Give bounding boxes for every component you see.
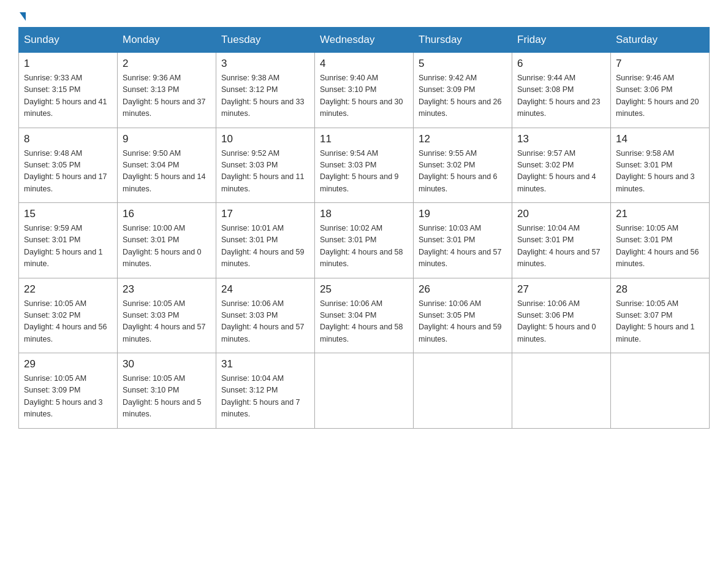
logo-triangle-icon	[20, 12, 26, 21]
calendar-cell: 26Sunrise: 10:06 AMSunset: 3:05 PMDaylig…	[414, 278, 512, 353]
day-number: 14	[616, 133, 704, 145]
day-info: Sunrise: 10:00 AMSunset: 3:01 PMDaylight…	[123, 223, 211, 270]
calendar-cell: 15Sunrise: 9:59 AMSunset: 3:01 PMDayligh…	[19, 203, 118, 278]
day-number: 3	[221, 58, 309, 70]
day-info: Sunrise: 9:59 AMSunset: 3:01 PMDaylight:…	[24, 223, 112, 270]
day-number: 13	[517, 133, 605, 145]
day-number: 17	[221, 208, 309, 220]
day-number: 28	[616, 283, 704, 296]
calendar-cell: 7Sunrise: 9:46 AMSunset: 3:06 PMDaylight…	[611, 53, 710, 128]
day-number: 7	[616, 58, 704, 70]
day-number: 2	[123, 58, 211, 70]
calendar-cell: 21Sunrise: 10:05 AMSunset: 3:01 PMDaylig…	[611, 203, 710, 278]
day-info: Sunrise: 9:50 AMSunset: 3:04 PMDaylight:…	[123, 148, 211, 196]
day-number: 9	[123, 133, 211, 145]
calendar-week-row: 22Sunrise: 10:05 AMSunset: 3:02 PMDaylig…	[19, 278, 710, 353]
day-number: 23	[123, 283, 211, 296]
calendar-cell: 23Sunrise: 10:05 AMSunset: 3:03 PMDaylig…	[118, 278, 216, 353]
day-number: 4	[320, 58, 408, 70]
calendar-cell: 27Sunrise: 10:06 AMSunset: 3:06 PMDaylig…	[512, 278, 611, 353]
day-info: Sunrise: 10:05 AMSunset: 3:10 PMDaylight…	[123, 373, 211, 421]
day-number: 18	[320, 208, 408, 220]
calendar-header-row: SundayMondayTuesdayWednesdayThursdayFrid…	[19, 28, 710, 53]
day-info: Sunrise: 9:48 AMSunset: 3:05 PMDaylight:…	[24, 148, 112, 196]
day-number: 25	[320, 283, 408, 296]
calendar-cell: 3Sunrise: 9:38 AMSunset: 3:12 PMDaylight…	[216, 53, 315, 128]
day-info: Sunrise: 9:38 AMSunset: 3:12 PMDaylight:…	[221, 72, 309, 120]
day-info: Sunrise: 9:57 AMSunset: 3:02 PMDaylight:…	[517, 148, 605, 196]
day-number: 15	[24, 208, 112, 220]
day-number: 12	[419, 133, 507, 145]
calendar-cell	[611, 353, 710, 429]
day-info: Sunrise: 9:42 AMSunset: 3:09 PMDaylight:…	[419, 72, 507, 120]
day-info: Sunrise: 9:44 AMSunset: 3:08 PMDaylight:…	[517, 72, 605, 120]
day-info: Sunrise: 10:06 AMSunset: 3:06 PMDaylight…	[517, 298, 605, 346]
calendar-cell: 2Sunrise: 9:36 AMSunset: 3:13 PMDaylight…	[118, 53, 216, 128]
weekday-header-monday: Monday	[118, 28, 216, 53]
calendar-cell: 1Sunrise: 9:33 AMSunset: 3:15 PMDaylight…	[19, 53, 118, 128]
calendar-cell: 6Sunrise: 9:44 AMSunset: 3:08 PMDaylight…	[512, 53, 611, 128]
calendar-cell	[512, 353, 611, 429]
calendar-week-row: 29Sunrise: 10:05 AMSunset: 3:09 PMDaylig…	[19, 353, 710, 429]
day-info: Sunrise: 10:06 AMSunset: 3:05 PMDaylight…	[419, 298, 507, 346]
calendar-week-row: 8Sunrise: 9:48 AMSunset: 3:05 PMDaylight…	[19, 128, 710, 203]
calendar-cell: 10Sunrise: 9:52 AMSunset: 3:03 PMDayligh…	[216, 128, 315, 203]
day-info: Sunrise: 10:05 AMSunset: 3:02 PMDaylight…	[24, 298, 112, 346]
weekday-header-sunday: Sunday	[19, 28, 118, 53]
calendar-cell: 18Sunrise: 10:02 AMSunset: 3:01 PMDaylig…	[315, 203, 414, 278]
day-info: Sunrise: 9:46 AMSunset: 3:06 PMDaylight:…	[616, 72, 704, 120]
day-number: 26	[419, 283, 507, 296]
page-header	[18, 12, 710, 21]
day-info: Sunrise: 9:54 AMSunset: 3:03 PMDaylight:…	[320, 148, 408, 196]
calendar-cell: 30Sunrise: 10:05 AMSunset: 3:10 PMDaylig…	[118, 353, 216, 429]
calendar-week-row: 15Sunrise: 9:59 AMSunset: 3:01 PMDayligh…	[19, 203, 710, 278]
weekday-header-thursday: Thursday	[414, 28, 512, 53]
calendar-cell: 11Sunrise: 9:54 AMSunset: 3:03 PMDayligh…	[315, 128, 414, 203]
calendar-cell: 20Sunrise: 10:04 AMSunset: 3:01 PMDaylig…	[512, 203, 611, 278]
calendar-cell: 28Sunrise: 10:05 AMSunset: 3:07 PMDaylig…	[611, 278, 710, 353]
day-info: Sunrise: 9:58 AMSunset: 3:01 PMDaylight:…	[616, 148, 704, 196]
day-number: 6	[517, 58, 605, 70]
day-info: Sunrise: 10:05 AMSunset: 3:01 PMDaylight…	[616, 223, 704, 270]
day-info: Sunrise: 10:04 AMSunset: 3:12 PMDaylight…	[221, 373, 309, 421]
day-number: 27	[517, 283, 605, 296]
calendar-cell: 25Sunrise: 10:06 AMSunset: 3:04 PMDaylig…	[315, 278, 414, 353]
day-number: 10	[221, 133, 309, 145]
calendar-cell: 22Sunrise: 10:05 AMSunset: 3:02 PMDaylig…	[19, 278, 118, 353]
weekday-header-friday: Friday	[512, 28, 611, 53]
calendar-cell: 4Sunrise: 9:40 AMSunset: 3:10 PMDaylight…	[315, 53, 414, 128]
calendar-cell: 16Sunrise: 10:00 AMSunset: 3:01 PMDaylig…	[118, 203, 216, 278]
day-number: 8	[24, 133, 112, 145]
day-info: Sunrise: 10:03 AMSunset: 3:01 PMDaylight…	[419, 223, 507, 270]
day-number: 30	[123, 358, 211, 370]
weekday-header-saturday: Saturday	[611, 28, 710, 53]
day-number: 1	[24, 58, 112, 70]
calendar-cell: 17Sunrise: 10:01 AMSunset: 3:01 PMDaylig…	[216, 203, 315, 278]
day-info: Sunrise: 9:33 AMSunset: 3:15 PMDaylight:…	[24, 72, 112, 120]
day-info: Sunrise: 10:06 AMSunset: 3:04 PMDaylight…	[320, 298, 408, 346]
day-number: 11	[320, 133, 408, 145]
calendar-cell: 8Sunrise: 9:48 AMSunset: 3:05 PMDaylight…	[19, 128, 118, 203]
day-info: Sunrise: 10:05 AMSunset: 3:03 PMDaylight…	[123, 298, 211, 346]
calendar-cell: 12Sunrise: 9:55 AMSunset: 3:02 PMDayligh…	[414, 128, 512, 203]
logo	[18, 12, 26, 21]
day-info: Sunrise: 10:01 AMSunset: 3:01 PMDaylight…	[221, 223, 309, 270]
day-number: 24	[221, 283, 309, 296]
calendar-cell: 9Sunrise: 9:50 AMSunset: 3:04 PMDaylight…	[118, 128, 216, 203]
calendar-table: SundayMondayTuesdayWednesdayThursdayFrid…	[18, 27, 710, 429]
calendar-cell: 19Sunrise: 10:03 AMSunset: 3:01 PMDaylig…	[414, 203, 512, 278]
day-info: Sunrise: 9:40 AMSunset: 3:10 PMDaylight:…	[320, 72, 408, 120]
weekday-header-wednesday: Wednesday	[315, 28, 414, 53]
day-info: Sunrise: 10:02 AMSunset: 3:01 PMDaylight…	[320, 223, 408, 270]
day-number: 29	[24, 358, 112, 370]
day-info: Sunrise: 10:05 AMSunset: 3:09 PMDaylight…	[24, 373, 112, 421]
calendar-cell: 5Sunrise: 9:42 AMSunset: 3:09 PMDaylight…	[414, 53, 512, 128]
day-info: Sunrise: 9:55 AMSunset: 3:02 PMDaylight:…	[419, 148, 507, 196]
calendar-week-row: 1Sunrise: 9:33 AMSunset: 3:15 PMDaylight…	[19, 53, 710, 128]
day-info: Sunrise: 10:04 AMSunset: 3:01 PMDaylight…	[517, 223, 605, 270]
day-number: 16	[123, 208, 211, 220]
day-info: Sunrise: 9:52 AMSunset: 3:03 PMDaylight:…	[221, 148, 309, 196]
calendar-cell: 24Sunrise: 10:06 AMSunset: 3:03 PMDaylig…	[216, 278, 315, 353]
day-info: Sunrise: 10:05 AMSunset: 3:07 PMDaylight…	[616, 298, 704, 346]
calendar-cell	[315, 353, 414, 429]
